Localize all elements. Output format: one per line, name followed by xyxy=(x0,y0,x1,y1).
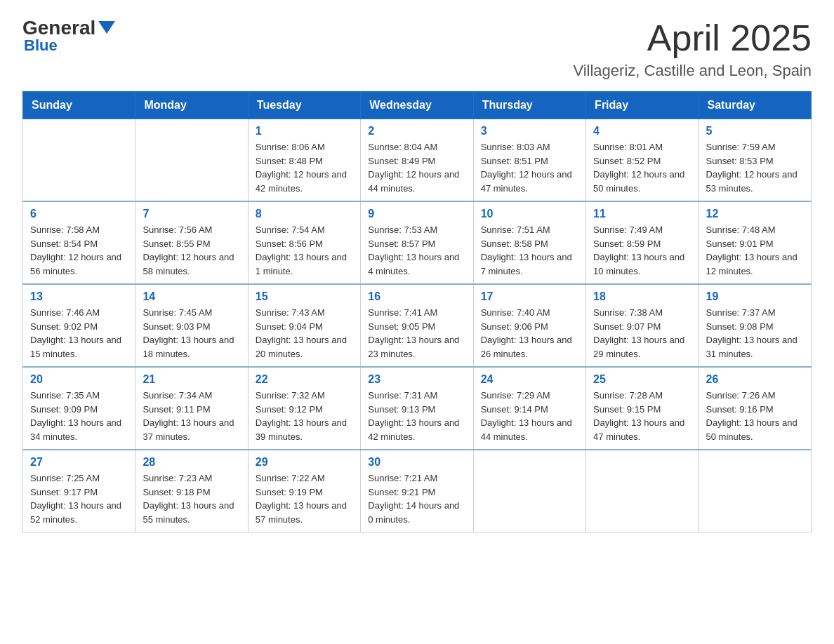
day-number: 22 xyxy=(256,373,353,386)
day-number: 12 xyxy=(706,208,804,220)
day-info: Sunrise: 7:56 AMSunset: 8:55 PMDaylight:… xyxy=(143,223,240,278)
day-number: 28 xyxy=(143,456,240,469)
calendar-cell: 17Sunrise: 7:40 AMSunset: 9:06 PMDayligh… xyxy=(473,284,585,367)
day-info: Sunrise: 7:35 AMSunset: 9:09 PMDaylight:… xyxy=(30,389,128,443)
calendar-header-row: SundayMondayTuesdayWednesdayThursdayFrid… xyxy=(23,92,812,119)
calendar-cell: 7Sunrise: 7:56 AMSunset: 8:55 PMDaylight… xyxy=(135,201,248,284)
day-number: 26 xyxy=(706,373,804,386)
calendar-cell xyxy=(586,450,699,532)
day-info: Sunrise: 8:01 AMSunset: 8:52 PMDaylight:… xyxy=(593,140,691,195)
calendar-cell: 26Sunrise: 7:26 AMSunset: 9:16 PMDayligh… xyxy=(699,367,811,450)
day-number: 20 xyxy=(30,373,128,386)
day-info: Sunrise: 7:29 AMSunset: 9:14 PMDaylight:… xyxy=(481,389,578,443)
day-info: Sunrise: 7:51 AMSunset: 8:58 PMDaylight:… xyxy=(481,223,578,278)
weekday-header-thursday: Thursday xyxy=(473,92,585,119)
calendar-cell: 13Sunrise: 7:46 AMSunset: 9:02 PMDayligh… xyxy=(23,284,135,367)
calendar-week-5: 27Sunrise: 7:25 AMSunset: 9:17 PMDayligh… xyxy=(23,450,812,532)
weekday-header-sunday: Sunday xyxy=(23,92,135,119)
calendar-cell: 27Sunrise: 7:25 AMSunset: 9:17 PMDayligh… xyxy=(23,450,135,532)
calendar-cell: 19Sunrise: 7:37 AMSunset: 9:08 PMDayligh… xyxy=(699,284,811,367)
day-info: Sunrise: 7:46 AMSunset: 9:02 PMDaylight:… xyxy=(30,306,128,361)
calendar-cell: 6Sunrise: 7:58 AMSunset: 8:54 PMDaylight… xyxy=(23,201,135,284)
day-number: 8 xyxy=(256,208,353,220)
calendar-cell: 1Sunrise: 8:06 AMSunset: 8:48 PMDaylight… xyxy=(248,119,360,202)
day-number: 14 xyxy=(143,290,240,303)
logo: General Blue xyxy=(22,17,115,55)
day-info: Sunrise: 7:32 AMSunset: 9:12 PMDaylight:… xyxy=(256,389,353,443)
day-number: 1 xyxy=(256,125,353,137)
day-info: Sunrise: 7:45 AMSunset: 9:03 PMDaylight:… xyxy=(143,306,240,361)
calendar-cell: 3Sunrise: 8:03 AMSunset: 8:51 PMDaylight… xyxy=(473,119,585,202)
day-info: Sunrise: 7:58 AMSunset: 8:54 PMDaylight:… xyxy=(30,223,128,278)
day-number: 17 xyxy=(481,290,578,303)
weekday-header-tuesday: Tuesday xyxy=(248,92,360,119)
logo-triangle-icon xyxy=(98,21,115,34)
day-info: Sunrise: 7:34 AMSunset: 9:11 PMDaylight:… xyxy=(143,389,240,443)
day-info: Sunrise: 7:49 AMSunset: 8:59 PMDaylight:… xyxy=(593,223,691,278)
day-info: Sunrise: 8:06 AMSunset: 8:48 PMDaylight:… xyxy=(256,140,353,195)
calendar-cell: 18Sunrise: 7:38 AMSunset: 9:07 PMDayligh… xyxy=(586,284,699,367)
day-info: Sunrise: 7:21 AMSunset: 9:21 PMDaylight:… xyxy=(368,471,465,526)
calendar-table: SundayMondayTuesdayWednesdayThursdayFrid… xyxy=(22,91,812,532)
weekday-header-wednesday: Wednesday xyxy=(361,92,473,119)
weekday-header-monday: Monday xyxy=(135,92,248,119)
calendar-cell: 25Sunrise: 7:28 AMSunset: 9:15 PMDayligh… xyxy=(586,367,699,450)
calendar-cell: 23Sunrise: 7:31 AMSunset: 9:13 PMDayligh… xyxy=(361,367,473,450)
calendar-cell: 21Sunrise: 7:34 AMSunset: 9:11 PMDayligh… xyxy=(135,367,248,450)
day-info: Sunrise: 7:23 AMSunset: 9:18 PMDaylight:… xyxy=(143,471,240,526)
calendar-cell xyxy=(135,119,248,202)
day-number: 29 xyxy=(256,456,353,469)
day-number: 3 xyxy=(481,125,578,137)
day-number: 16 xyxy=(368,290,465,303)
day-number: 6 xyxy=(30,208,128,220)
day-number: 25 xyxy=(593,373,691,386)
calendar-cell: 29Sunrise: 7:22 AMSunset: 9:19 PMDayligh… xyxy=(248,450,360,532)
day-info: Sunrise: 7:40 AMSunset: 9:06 PMDaylight:… xyxy=(481,306,578,361)
day-number: 10 xyxy=(481,208,578,220)
location-title: Villageriz, Castille and Leon, Spain xyxy=(573,62,812,80)
calendar-cell: 9Sunrise: 7:53 AMSunset: 8:57 PMDaylight… xyxy=(361,201,473,284)
day-number: 7 xyxy=(143,208,240,220)
day-number: 23 xyxy=(368,373,465,386)
day-info: Sunrise: 7:38 AMSunset: 9:07 PMDaylight:… xyxy=(593,306,691,361)
day-info: Sunrise: 7:54 AMSunset: 8:56 PMDaylight:… xyxy=(256,223,353,278)
month-title: April 2025 xyxy=(573,17,812,59)
day-number: 5 xyxy=(706,125,804,137)
calendar-cell: 24Sunrise: 7:29 AMSunset: 9:14 PMDayligh… xyxy=(473,367,585,450)
day-number: 21 xyxy=(143,373,240,386)
day-number: 19 xyxy=(706,290,804,303)
day-info: Sunrise: 7:22 AMSunset: 9:19 PMDaylight:… xyxy=(256,471,353,526)
day-info: Sunrise: 7:59 AMSunset: 8:53 PMDaylight:… xyxy=(706,140,804,195)
day-info: Sunrise: 7:37 AMSunset: 9:08 PMDaylight:… xyxy=(706,306,804,361)
title-section: April 2025 Villageriz, Castille and Leon… xyxy=(573,17,812,80)
calendar-week-2: 6Sunrise: 7:58 AMSunset: 8:54 PMDaylight… xyxy=(23,201,812,284)
day-info: Sunrise: 7:28 AMSunset: 9:15 PMDaylight:… xyxy=(593,389,691,443)
day-number: 30 xyxy=(368,456,465,469)
calendar-week-1: 1Sunrise: 8:06 AMSunset: 8:48 PMDaylight… xyxy=(23,119,812,202)
calendar-cell xyxy=(473,450,585,532)
calendar-cell: 4Sunrise: 8:01 AMSunset: 8:52 PMDaylight… xyxy=(586,119,699,202)
calendar-cell: 10Sunrise: 7:51 AMSunset: 8:58 PMDayligh… xyxy=(473,201,585,284)
calendar-cell: 20Sunrise: 7:35 AMSunset: 9:09 PMDayligh… xyxy=(23,367,135,450)
day-info: Sunrise: 7:26 AMSunset: 9:16 PMDaylight:… xyxy=(706,389,804,443)
weekday-header-friday: Friday xyxy=(586,92,699,119)
day-info: Sunrise: 7:43 AMSunset: 9:04 PMDaylight:… xyxy=(256,306,353,361)
day-info: Sunrise: 7:31 AMSunset: 9:13 PMDaylight:… xyxy=(368,389,465,443)
day-number: 11 xyxy=(593,208,691,220)
calendar-cell: 2Sunrise: 8:04 AMSunset: 8:49 PMDaylight… xyxy=(361,119,473,202)
day-number: 24 xyxy=(481,373,578,386)
calendar-cell: 12Sunrise: 7:48 AMSunset: 9:01 PMDayligh… xyxy=(699,201,811,284)
day-info: Sunrise: 8:04 AMSunset: 8:49 PMDaylight:… xyxy=(368,140,465,195)
day-number: 15 xyxy=(256,290,353,303)
calendar-cell xyxy=(699,450,811,532)
day-number: 13 xyxy=(30,290,128,303)
day-info: Sunrise: 7:48 AMSunset: 9:01 PMDaylight:… xyxy=(706,223,804,278)
calendar-cell: 5Sunrise: 7:59 AMSunset: 8:53 PMDaylight… xyxy=(699,119,811,202)
page-header: General Blue April 2025 Villageriz, Cast… xyxy=(22,17,812,80)
calendar-cell: 30Sunrise: 7:21 AMSunset: 9:21 PMDayligh… xyxy=(361,450,473,532)
day-info: Sunrise: 7:25 AMSunset: 9:17 PMDaylight:… xyxy=(30,471,128,526)
calendar-week-4: 20Sunrise: 7:35 AMSunset: 9:09 PMDayligh… xyxy=(23,367,812,450)
day-info: Sunrise: 7:53 AMSunset: 8:57 PMDaylight:… xyxy=(368,223,465,278)
weekday-header-saturday: Saturday xyxy=(699,92,811,119)
logo-blue-text: Blue xyxy=(24,36,58,55)
